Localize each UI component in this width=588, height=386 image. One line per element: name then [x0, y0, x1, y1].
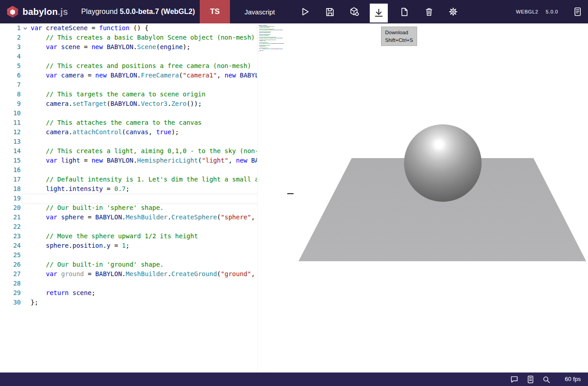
code-text	[31, 52, 287, 61]
gutter-decoration	[21, 250, 31, 260]
code-line: 25	[0, 250, 287, 260]
code-text	[31, 250, 287, 260]
code-line: 10	[0, 109, 287, 118]
gutter-decoration	[21, 52, 31, 61]
docs-icon	[526, 375, 535, 384]
code-line: 13	[0, 137, 287, 146]
line-number: 1	[0, 23, 21, 33]
examples-icon	[572, 6, 583, 17]
language-selector[interactable]: Javascript	[230, 0, 289, 23]
search-icon	[542, 375, 551, 384]
code-text: // Our built-in 'ground' shape.	[31, 260, 287, 269]
typescript-toggle-button[interactable]: TS	[200, 0, 230, 23]
settings-button[interactable]	[443, 0, 463, 23]
line-number: 9	[0, 99, 21, 109]
line-number: 27	[0, 269, 21, 279]
gutter-decoration	[21, 71, 31, 80]
gutter-decoration	[21, 33, 31, 42]
docs-button[interactable]	[523, 372, 537, 386]
line-number: 8	[0, 90, 21, 99]
run-button[interactable]	[295, 0, 315, 23]
gutter-decoration	[21, 279, 31, 288]
gutter-decoration	[21, 23, 31, 33]
comments-button[interactable]	[507, 372, 521, 386]
code-text	[31, 194, 287, 203]
code-text: };	[31, 298, 287, 307]
line-number: 26	[0, 260, 21, 269]
trash-icon	[424, 7, 434, 17]
code-line: 18 light.intensity = 0.7;	[0, 184, 287, 194]
header: babylon.js Playground 5.0.0-beta.7 (WebG…	[0, 0, 588, 23]
code-text: var sphere = BABYLON.MeshBuilder.CreateS…	[31, 213, 287, 222]
code-line: 11 // This attaches the camera to the ca…	[0, 118, 287, 127]
code-line: 6 var camera = new BABYLON.FreeCamera("c…	[0, 71, 287, 80]
inspector-button[interactable]	[345, 0, 364, 23]
line-number: 12	[0, 127, 21, 137]
search-button[interactable]	[539, 372, 553, 386]
code-line: 8 // This targets the camera to scene or…	[0, 90, 287, 99]
line-number: 6	[0, 71, 21, 80]
gutter-decoration	[21, 99, 31, 109]
code-editor[interactable]: 1var createScene = function () {2 // Thi…	[0, 23, 287, 372]
line-number: 29	[0, 288, 21, 298]
new-button[interactable]	[394, 0, 414, 23]
code-line: 22	[0, 222, 287, 232]
code-line: 23 // Move the sphere upward 1/2 its hei…	[0, 232, 287, 241]
line-number: 7	[0, 80, 21, 90]
code-line: 19	[0, 194, 287, 203]
code-line: 2 // This creates a basic Babylon Scene …	[0, 33, 287, 42]
download-button[interactable]	[369, 0, 389, 23]
code-text: var ground = BABYLON.MeshBuilder.CreateG…	[31, 269, 287, 279]
code-line: 30};	[0, 298, 287, 307]
gutter-decoration	[21, 194, 31, 203]
code-line: 14 // This creates a light, aiming 0,1,0…	[0, 146, 287, 156]
new-file-icon	[399, 7, 409, 17]
line-number: 18	[0, 184, 21, 194]
play-icon	[299, 6, 310, 17]
gutter-decoration	[21, 269, 31, 279]
code-text: var scene = new BABYLON.Scene(engine);	[31, 42, 287, 52]
line-number: 17	[0, 175, 21, 184]
minimap[interactable]	[257, 23, 287, 372]
code-line: 9 camera.setTarget(BABYLON.Vector3.Zero(…	[0, 99, 287, 109]
code-text: camera.attachControl(canvas, true);	[31, 127, 287, 137]
gutter-decoration	[21, 42, 31, 52]
code-text: camera.setTarget(BABYLON.Vector3.Zero())…	[31, 99, 287, 109]
code-text: // This creates a light, aiming 0,1,0 - …	[31, 146, 287, 156]
code-line: 1var createScene = function () {	[0, 23, 287, 33]
download-tooltip: Download Shift+Ctrl+S	[381, 27, 417, 46]
line-number: 28	[0, 279, 21, 288]
minimap-content	[258, 25, 287, 52]
delete-button[interactable]	[419, 0, 439, 23]
code-text: // This attaches the camera to the canva…	[31, 118, 287, 127]
brand-logo[interactable]: babylon.js	[6, 0, 68, 23]
split-handle[interactable]	[287, 193, 294, 194]
gutter-decoration	[21, 80, 31, 90]
code-text: // Default intensity is 1. Let's dim the…	[31, 175, 287, 184]
fold-chevron-icon[interactable]	[23, 26, 28, 31]
save-button[interactable]	[320, 0, 340, 23]
gutter-decoration	[21, 298, 31, 307]
gutter-decoration	[21, 222, 31, 232]
examples-button[interactable]	[568, 0, 588, 23]
sphere-mesh	[404, 124, 482, 202]
code-line: 29 return scene;	[0, 288, 287, 298]
inspector-icon	[349, 6, 360, 17]
line-number: 16	[0, 165, 21, 175]
code-line: 12 camera.attachControl(canvas, true);	[0, 127, 287, 137]
line-number: 24	[0, 241, 21, 250]
babylon-logo-icon	[6, 5, 19, 18]
status-bar: 60 fps	[0, 372, 588, 386]
tooltip-title: Download	[385, 29, 413, 36]
line-number: 20	[0, 203, 21, 213]
engine-version-label: 5.0.0	[541, 0, 563, 23]
gutter-decoration	[21, 146, 31, 156]
gutter-decoration	[21, 61, 31, 71]
gutter-decoration	[21, 127, 31, 137]
gear-icon	[448, 6, 459, 17]
gutter-decoration	[21, 232, 31, 241]
code-text: // This targets the camera to scene orig…	[31, 90, 287, 99]
render-canvas[interactable]	[294, 23, 588, 372]
line-number: 25	[0, 250, 21, 260]
code-text: // Our built-in 'sphere' shape.	[31, 203, 287, 213]
